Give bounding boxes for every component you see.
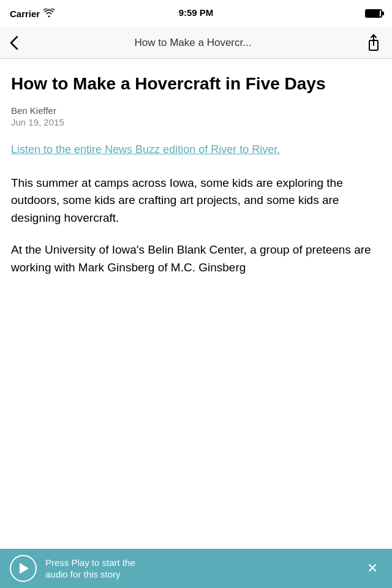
play-icon [20,563,29,574]
audio-text-line2: audio for this story [45,569,121,579]
wifi-icon [43,9,55,19]
status-battery [365,9,382,18]
status-carrier: Carrier [10,9,55,19]
close-button[interactable]: ✕ [363,559,382,578]
body-paragraph-2: At the University of Iowa's Belin Blank … [11,241,381,276]
play-button[interactable] [10,555,37,582]
battery-icon [365,9,382,18]
body-paragraph-1: This summer at camps across Iowa, some k… [11,175,381,227]
close-icon: ✕ [367,562,378,575]
status-time: 9:59 PM [179,7,214,18]
share-button[interactable] [363,32,385,54]
audio-text: Press Play to start the audio for this s… [45,557,354,581]
article-meta: Ben Kieffer Jun 19, 2015 [11,105,381,127]
article-title: How to Make a Hovercraft in Five Days [11,74,381,94]
article-author: Ben Kieffer [11,105,381,116]
article-body: This summer at camps across Iowa, some k… [11,175,381,277]
carrier-label: Carrier [10,9,40,19]
article-date: Jun 19, 2015 [11,117,381,127]
article-content: How to Make a Hovercraft in Five Days Be… [0,59,392,549]
audio-player: Press Play to start the audio for this s… [0,549,392,588]
status-bar: Carrier 9:59 PM [0,0,392,27]
back-button[interactable] [5,31,23,55]
article-link[interactable]: Listen to the entire News Buzz edition o… [11,142,381,157]
nav-bar: How to Make a Hovercr... [0,27,392,59]
audio-text-line1: Press Play to start the [45,557,135,568]
nav-title: How to Make a Hovercr... [23,37,363,49]
